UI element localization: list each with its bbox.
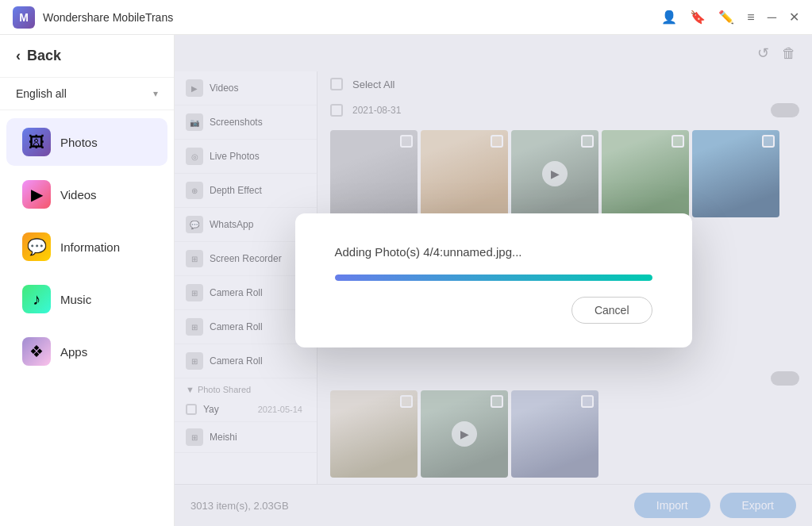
progress-bar-fill <box>335 275 652 281</box>
dialog-actions: Cancel <box>335 297 652 324</box>
nav-items: 🖼 Photos ▶ Videos 💬 Information ♪ Music … <box>0 110 174 383</box>
back-arrow-icon: ‹ <box>16 48 21 64</box>
minimize-icon[interactable]: ─ <box>768 11 776 24</box>
overlay: Adding Photo(s) 4/4:unnamed.jpg... Cance… <box>175 35 812 526</box>
sidebar-item-photos-label: Photos <box>60 136 98 149</box>
sidebar-item-music-label: Music <box>60 293 91 306</box>
sidebar-item-photos[interactable]: 🖼 Photos <box>6 118 167 166</box>
content-area: ↺ 🗑 ▶ Videos 📷 Screenshots ◎ Live Photos <box>175 35 812 526</box>
sidebar-item-music[interactable]: ♪ Music <box>6 275 167 323</box>
music-icon: ♪ <box>22 285 51 313</box>
apps-icon: ❖ <box>22 337 51 366</box>
back-button[interactable]: ‹ Back <box>0 35 174 78</box>
title-bar: M Wondershare MobileTrans 👤 🔖 ✏️ ≡ ─ ✕ <box>0 0 812 35</box>
app-icon: M <box>13 6 35 29</box>
photos-icon: 🖼 <box>22 128 51 156</box>
sidebar-item-videos[interactable]: ▶ Videos <box>6 171 167 218</box>
sidebar-item-apps[interactable]: ❖ Apps <box>6 328 167 375</box>
bookmark-icon[interactable]: 🔖 <box>690 11 706 24</box>
sidebar: ‹ Back English all ▾ 🖼 Photos ▶ Videos 💬… <box>0 35 175 526</box>
progress-bar-track <box>335 275 652 281</box>
chevron-down-icon: ▾ <box>153 88 158 99</box>
sidebar-item-apps-label: Apps <box>60 345 87 359</box>
app-title: Wondershare MobileTrans <box>43 11 173 24</box>
sidebar-item-information[interactable]: 💬 Information <box>6 223 167 271</box>
cancel-button[interactable]: Cancel <box>571 297 652 324</box>
menu-icon[interactable]: ≡ <box>747 11 754 24</box>
back-label: Back <box>27 48 61 64</box>
information-icon: 💬 <box>22 232 51 261</box>
dialog-message: Adding Photo(s) 4/4:unnamed.jpg... <box>335 245 652 259</box>
main-layout: ‹ Back English all ▾ 🖼 Photos ▶ Videos 💬… <box>0 35 812 526</box>
sidebar-item-videos-label: Videos <box>60 188 97 202</box>
edit-icon[interactable]: ✏️ <box>718 11 734 24</box>
close-icon[interactable]: ✕ <box>789 11 799 24</box>
sidebar-item-information-label: Information <box>60 240 120 254</box>
title-bar-controls: 👤 🔖 ✏️ ≡ ─ ✕ <box>661 11 799 24</box>
title-bar-left: M Wondershare MobileTrans <box>13 6 173 29</box>
language-selector[interactable]: English all ▾ <box>0 78 174 110</box>
progress-dialog: Adding Photo(s) 4/4:unnamed.jpg... Cance… <box>295 213 692 347</box>
lang-text: English all <box>16 87 67 100</box>
person-icon[interactable]: 👤 <box>661 11 677 24</box>
videos-icon: ▶ <box>22 180 51 209</box>
